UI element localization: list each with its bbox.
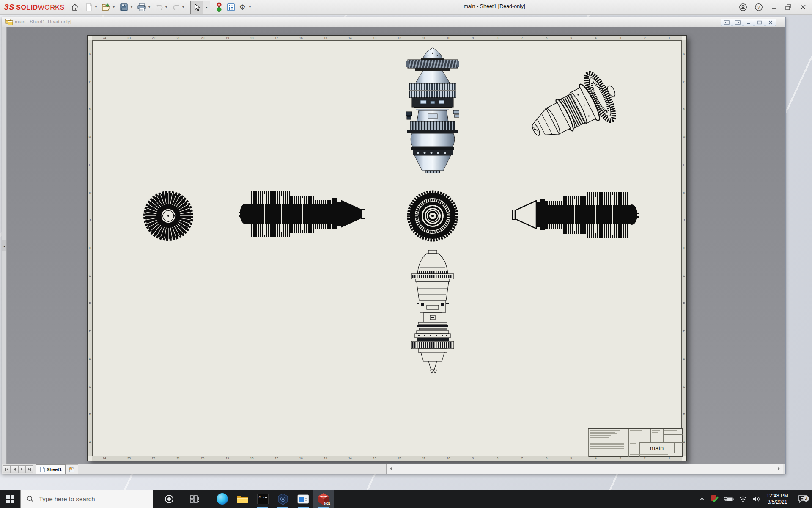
doc-restore-icon [757,20,762,25]
drawing-view-top-shaded[interactable] [406,47,459,173]
file-properties-button[interactable] [225,2,236,13]
minimize-button[interactable] [768,3,781,12]
panel-expand-handle[interactable]: ◂ [2,240,6,251]
help-button[interactable]: ? [752,3,765,12]
scroll-right-button[interactable] [776,466,782,472]
start-button[interactable] [0,490,20,508]
zone-label: 19 [215,36,239,40]
doc-minimize-button[interactable] [743,19,754,26]
document-titlebar[interactable]: main - Sheet1 [Read-only] [2,17,785,27]
taskbar-task-view-button[interactable] [184,490,205,508]
menu-expand-icon[interactable]: ▸ [54,4,56,8]
scroll-right-icon [777,467,781,471]
tray-volume[interactable] [750,490,763,508]
taskbar-edge-button[interactable] [212,490,232,508]
zone-label: 23 [117,36,141,40]
horizontal-scrollbar[interactable] [386,464,783,474]
new-document-dropdown[interactable]: ▾ [94,5,98,9]
logo-mark: 3S [4,3,14,11]
save-button[interactable] [118,2,129,13]
title-block-rev [663,434,683,442]
scroll-left-button[interactable] [387,466,394,472]
taskbar-file-explorer-button[interactable] [232,490,252,508]
zone-label: 19 [215,456,239,461]
restore-button[interactable] [782,3,795,12]
taskbar-cortana-button[interactable] [159,490,179,508]
doc-close-button[interactable] [765,19,776,26]
sheet-icon [40,467,45,472]
drawing-view-bottom[interactable] [408,250,458,374]
zone-label: N [88,96,92,123]
zone-label: J [682,207,686,234]
drawing-view-side-right[interactable] [512,186,639,244]
zone-label: 8 [485,36,510,40]
tray-notifications-button[interactable]: 3 [795,490,810,508]
doc-restore-button[interactable] [754,19,765,26]
zone-label: 10 [436,36,461,40]
open-dropdown[interactable]: ▾ [112,5,116,9]
windows-taskbar: C:\ 2021 12:48 PM 3/5/2021 3 [0,490,812,508]
drawing-view-side-left[interactable] [239,185,365,243]
zone-label: 16 [289,456,313,461]
tab-sheet1[interactable]: Sheet1 [36,464,66,474]
previous-sheet-button[interactable] [11,465,18,473]
select-tool-button[interactable] [190,1,204,14]
first-sheet-button[interactable] [3,465,11,473]
new-document-button[interactable] [84,2,95,13]
media-app-icon [297,494,309,504]
notification-icon-wrap: 3 [798,495,807,503]
doc-split-left-button[interactable] [721,19,732,26]
tray-battery[interactable] [722,490,735,508]
taskbar-solidworks-button[interactable]: 2021 [313,490,334,508]
sw-check-icon [710,495,719,503]
zone-label: 12 [387,36,411,40]
zone-label: 13 [362,36,387,40]
drawing-view-isometric[interactable] [523,64,631,157]
tray-show-hidden-button[interactable] [696,490,708,508]
doc-split-right-button[interactable] [732,19,743,26]
zone-label: 23 [117,456,141,461]
zone-label: B [88,400,92,428]
tray-clock[interactable]: 12:48 PM 3/5/2021 [764,490,791,508]
zone-label: 17 [264,36,289,40]
taskbar-cmd-button[interactable]: C:\ [252,490,273,508]
account-button[interactable] [737,3,749,12]
taskbar-media-app-button[interactable] [293,490,313,508]
next-sheet-button[interactable] [18,465,26,473]
restore-icon [785,4,793,11]
taskbar-search[interactable] [20,490,153,508]
print-dropdown[interactable]: ▾ [147,5,151,9]
select-tool-dropdown[interactable]: ▾ [203,1,210,14]
zone-label: 1 [657,36,682,40]
zone-label: 17 [264,456,289,461]
zone-label: 8 [485,456,510,461]
search-input[interactable] [38,495,141,503]
drawing-view-front-center[interactable] [406,190,459,242]
add-sheet-button[interactable] [66,464,78,474]
last-sheet-button[interactable] [26,465,33,473]
zone-label: E [88,318,92,345]
zone-label: J [88,207,92,234]
tray-solidworks-status[interactable] [709,490,721,508]
new-document-icon [85,3,93,11]
options-dropdown[interactable]: ▾ [248,5,252,9]
tray-wifi[interactable] [737,490,749,508]
zone-label: 7 [510,456,534,461]
drawing-view-front-fan[interactable] [143,190,194,241]
taskbar-hexagon-app-button[interactable] [273,490,293,508]
print-button[interactable] [136,2,147,13]
redo-button [171,2,182,13]
options-button[interactable]: ⚙ [237,2,248,13]
sheet-tab-bar: Sheet1 [2,464,785,474]
zone-label: 7 [510,36,534,40]
zone-label: 10 [436,456,461,461]
home-button[interactable] [69,2,80,13]
minimize-icon [771,4,778,11]
zone-label: 11 [411,456,436,461]
close-button[interactable] [797,3,809,12]
graphics-area[interactable]: ◂ 24232221201918171615141312111098765432… [2,27,785,464]
open-button[interactable] [101,2,112,13]
save-dropdown[interactable]: ▾ [129,5,134,9]
performance-evaluation-button[interactable] [214,2,225,13]
gear-icon: ⚙ [239,4,245,11]
